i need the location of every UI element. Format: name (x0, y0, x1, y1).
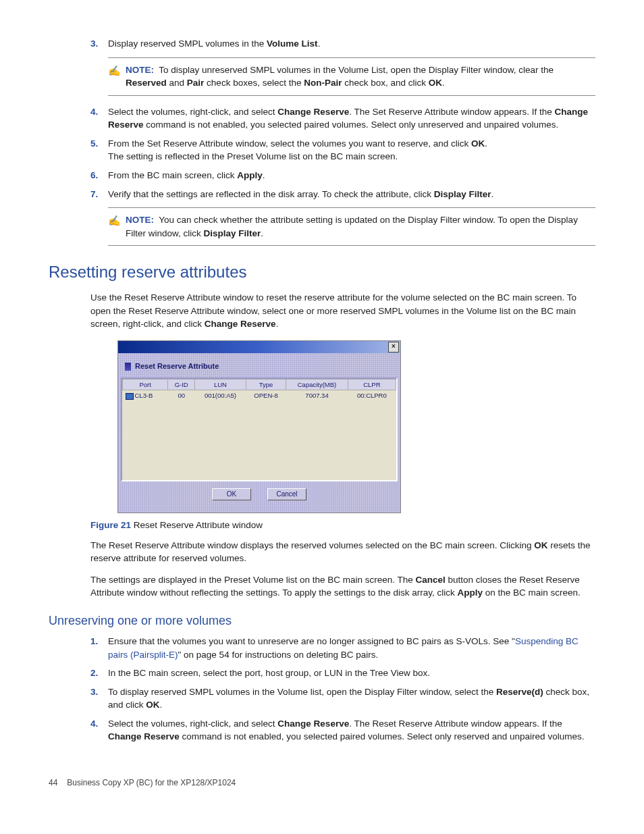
table-cell: 00:CLPR0 (348, 390, 396, 401)
list-item: 4.Select the volumes, right-click, and s… (90, 105, 595, 132)
list-item: 3.To display reserved SMPL volumes in th… (90, 685, 595, 712)
reset-intro: Use the Reset Reserve Attribute window t… (90, 291, 595, 331)
list-item: 3.Display reserved SMPL volumes in the V… (90, 37, 595, 51)
note-icon: ✍ (108, 63, 121, 78)
section-heading-reset: Resetting reserve attributes (49, 261, 595, 284)
table-cell: 7007.34 (286, 390, 348, 401)
table-header: Port (123, 379, 168, 390)
list-item: 4.Select the volumes, right-click, and s… (90, 717, 595, 744)
table-cell: 001(00:A5) (195, 390, 246, 401)
dialog-title: Reset Reserve Attribute (121, 356, 398, 377)
reset-paragraph-2: The settings are displayed in the Preset… (90, 573, 595, 600)
table-header: Type (246, 379, 286, 390)
list-item: 2.In the BC main screen, select the port… (90, 667, 595, 680)
cancel-button[interactable]: Cancel (267, 488, 306, 501)
subsection-heading-unreserve: Unreserving one or more volumes (49, 612, 595, 629)
page-footer: 44Business Copy XP (BC) for the XP128/XP… (49, 777, 595, 789)
note-box: ✍NOTE: To display unreserved SMPL volume… (108, 57, 595, 96)
title-marker-icon (125, 363, 131, 371)
list-item: 7.Verify that the settings are reflected… (90, 188, 595, 201)
dialog-table: PortG-IDLUNTypeCapacity(MB)CLPR CL3-B000… (121, 377, 398, 481)
volume-icon (126, 393, 134, 400)
note-box: ✍NOTE: You can check whether the attribu… (108, 207, 595, 246)
step-list-top: 3.Display reserved SMPL volumes in the V… (90, 37, 595, 246)
table-header: G-ID (168, 379, 195, 390)
table-cell: 00 (168, 390, 195, 401)
list-item: 6.From the BC main screen, click Apply. (90, 169, 595, 182)
figure-caption: Figure 21 Reset Reserve Attribute window (90, 519, 595, 532)
table-header: Capacity(MB) (286, 379, 348, 390)
table-header: LUN (195, 379, 246, 390)
note-icon: ✍ (108, 213, 121, 228)
step-list-unreserve: 1.Ensure that the volumes you want to un… (90, 635, 595, 744)
ok-button[interactable]: OK (212, 488, 251, 501)
table-cell: OPEN-8 (246, 390, 286, 401)
list-item: 1.Ensure that the volumes you want to un… (90, 635, 595, 661)
table-cell: CL3-B (123, 390, 168, 401)
table-header: CLPR (348, 379, 396, 390)
close-icon[interactable]: × (388, 342, 399, 353)
list-item: 5.From the Set Reserve Attribute window,… (90, 137, 595, 163)
dialog-titlebar: × (118, 341, 400, 353)
reset-paragraph-1: The Reset Reserve Attribute window displ… (90, 539, 595, 565)
reset-reserve-dialog: × Reset Reserve Attribute PortG-IDLUNTyp… (117, 340, 401, 513)
